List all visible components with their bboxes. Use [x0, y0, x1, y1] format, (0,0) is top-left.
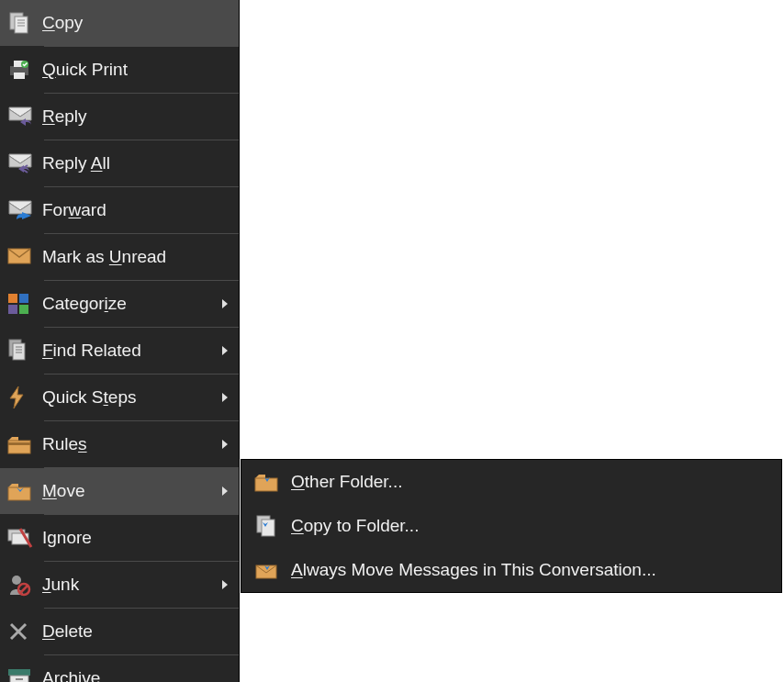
menu-label-forward: Forward: [42, 200, 231, 220]
menu-item-quick-print[interactable]: Quick Print: [0, 47, 239, 93]
submenu-item-other-folder[interactable]: Other Folder...: [241, 460, 781, 504]
reply-icon: [7, 104, 42, 129]
menu-label-rules: Rules: [42, 434, 222, 454]
bolt-icon: [7, 385, 42, 410]
folder-move-icon: [249, 469, 291, 495]
menu-label-reply-all: Reply All: [42, 153, 231, 173]
menu-label-quick-steps: Quick Steps: [42, 387, 222, 408]
menu-item-move[interactable]: Move: [0, 468, 239, 514]
menu-item-reply[interactable]: Reply: [0, 94, 239, 140]
menu-label-delete: Delete: [42, 621, 231, 642]
chevron-right-icon: [222, 299, 228, 308]
chevron-right-icon: [222, 393, 228, 402]
menu-item-archive[interactable]: Archive...: [0, 655, 239, 682]
categorize-icon: [7, 291, 42, 317]
menu-label-archive: Archive...: [42, 668, 231, 682]
menu-item-rules[interactable]: Rules: [0, 421, 239, 467]
menu-item-quick-steps[interactable]: Quick Steps: [0, 375, 239, 420]
chevron-right-icon: [222, 440, 228, 449]
submenu-item-always-move[interactable]: Always Move Messages in This Conversatio…: [241, 548, 781, 592]
menu-item-ignore[interactable]: Ignore: [0, 515, 239, 561]
submenu-item-copy-to-folder[interactable]: Copy to Folder...: [241, 504, 781, 548]
ignore-icon: [7, 525, 42, 551]
menu-label-move: Move: [42, 481, 222, 501]
context-menu: Copy Quick Print Reply Reply All Forward…: [0, 0, 240, 682]
svg-rect-32: [16, 678, 23, 680]
chevron-right-icon: [222, 486, 228, 496]
mail-icon: [7, 244, 42, 270]
chevron-right-icon: [222, 580, 228, 589]
menu-label-categorize: Categorize: [42, 294, 222, 314]
svg-rect-10: [8, 294, 17, 303]
reply-all-icon: [7, 151, 42, 176]
menu-item-delete[interactable]: Delete: [0, 609, 239, 654]
menu-item-copy[interactable]: Copy: [0, 0, 239, 46]
menu-label-junk: Junk: [42, 575, 222, 595]
move-icon: [7, 478, 42, 504]
svg-rect-13: [19, 305, 28, 314]
svg-rect-12: [8, 305, 17, 314]
svg-rect-15: [13, 343, 25, 360]
svg-rect-35: [262, 520, 274, 536]
svg-rect-1: [15, 17, 28, 33]
svg-point-25: [12, 576, 21, 585]
move-submenu: Other Folder... Copy to Folder... Always…: [241, 459, 782, 593]
svg-rect-7: [14, 73, 25, 79]
find-icon: [7, 338, 42, 363]
archive-icon: [7, 665, 42, 682]
svg-rect-30: [8, 669, 30, 676]
forward-icon: [7, 197, 42, 223]
menu-label-mark-unread: Mark as Unread: [42, 247, 231, 267]
print-icon: [7, 57, 42, 83]
chevron-right-icon: [222, 346, 228, 355]
svg-rect-11: [19, 294, 28, 303]
submenu-label-other-folder: Other Folder...: [291, 472, 774, 492]
rules-icon: [7, 431, 42, 457]
menu-item-reply-all[interactable]: Reply All: [0, 140, 239, 186]
junk-icon: [7, 572, 42, 598]
menu-item-junk[interactable]: Junk: [0, 562, 239, 608]
menu-item-categorize[interactable]: Categorize: [0, 281, 239, 327]
menu-label-ignore: Ignore: [42, 528, 231, 548]
menu-label-reply: Reply: [42, 106, 231, 127]
svg-rect-20: [8, 442, 30, 445]
copy-folder-icon: [249, 513, 291, 539]
copy-icon: [7, 10, 42, 36]
submenu-label-always-move: Always Move Messages in This Conversatio…: [291, 560, 774, 580]
menu-label-quick-print: Quick Print: [42, 60, 231, 80]
submenu-label-copy-to-folder: Copy to Folder...: [291, 516, 774, 536]
menu-item-forward[interactable]: Forward: [0, 187, 239, 233]
svg-rect-21: [8, 487, 30, 500]
menu-item-mark-unread[interactable]: Mark as Unread: [0, 234, 239, 280]
menu-label-find-related: Find Related: [42, 341, 222, 361]
menu-item-find-related[interactable]: Find Related: [0, 328, 239, 374]
menu-label-copy: Copy: [42, 13, 231, 33]
delete-icon: [7, 619, 42, 644]
mail-move-icon: [249, 557, 291, 583]
svg-line-27: [20, 586, 28, 593]
